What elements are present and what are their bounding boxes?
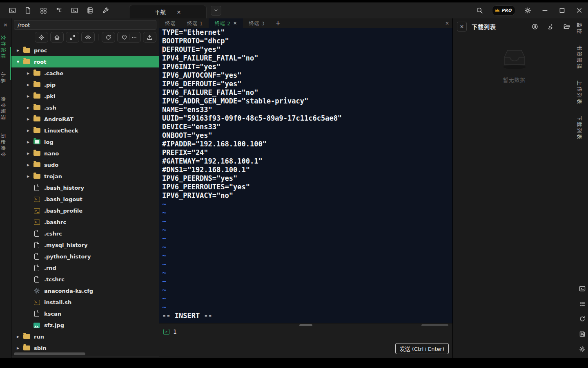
terminal-tab-4[interactable]: 终端 3 [243,18,270,28]
tab-close-icon[interactable]: × [233,20,237,26]
download-panel-close-icon[interactable]: × [457,22,467,31]
maximize-button[interactable] [557,6,567,16]
tree-collapsed-arrow-icon[interactable]: ▶ [25,117,31,121]
eye-button[interactable] [81,32,95,43]
tree-collapsed-arrow-icon[interactable]: ▶ [25,163,31,167]
close-button[interactable] [574,6,584,16]
tree-row[interactable]: kscan [11,308,159,319]
tree-row[interactable]: >_.bashrc [11,216,159,228]
search-icon[interactable] [475,6,485,16]
tree-row[interactable]: .bash_history [11,182,159,193]
tree-collapsed-arrow-icon[interactable]: ▶ [25,106,31,110]
grid-icon[interactable] [38,6,48,16]
sidebar-tab-1[interactable]: 文件管理 [0,35,7,60]
expand-button[interactable] [66,32,79,43]
send-button[interactable]: 发送 (Ctrl+Enter) [395,343,449,354]
add-terminal-button[interactable]: + [271,20,286,27]
connection-tree-icon[interactable] [54,6,64,16]
tree-row[interactable]: ▶sudo [11,159,159,171]
tree-row[interactable]: ▶AndroRAT [11,113,159,125]
tree-row[interactable]: ▼root [11,56,159,67]
right-sidebar-tab-2[interactable]: 书签管理 [576,45,583,70]
refresh-button[interactable] [102,32,115,43]
terminal-tab-2[interactable]: 终端 1 [181,18,209,28]
favorite-more-button[interactable] [117,32,141,43]
tree-row[interactable]: ▶LinuxCheck [11,125,159,136]
list-icon[interactable] [579,300,586,307]
upload-button[interactable] [143,32,156,43]
tree-row[interactable]: ▶log [11,136,159,148]
pro-badge[interactable]: PRO [492,5,515,16]
tree-row[interactable]: ▶.pip [11,79,159,90]
tree-row[interactable]: ▶sbin [11,342,159,351]
right-sidebar-tab-3[interactable]: 上传列表 [576,81,583,105]
gear-icon[interactable] [523,6,532,16]
tree-row[interactable]: >_.bash_logout [11,193,159,205]
terminal-icon[interactable] [7,6,17,16]
tree-row[interactable]: >_install.sh [11,296,159,308]
terminal-tab-3[interactable]: 终端 2× [209,18,243,28]
terminal-screen[interactable]: TYPE="Ethernet"BOOTPROTO="dhcp"DEFROUTE=… [159,28,452,323]
path-input[interactable] [14,20,156,30]
gear-icon[interactable] [579,346,586,353]
scrollbar-thumb[interactable] [14,352,85,355]
tree-row[interactable]: .cshrc [11,228,159,239]
tree-row[interactable]: ▶.ssh [11,102,159,113]
session-tab-close-icon[interactable]: × [177,9,181,15]
tree-row[interactable]: ▶.cache [11,67,159,79]
wrench-icon[interactable] [100,6,110,16]
tree-row[interactable]: anaconda-ks.cfg [11,285,159,296]
sidebar-tab-4[interactable]: 历史命令 [0,133,7,158]
tree-row[interactable]: ▶.pki [11,90,159,102]
sidebar-tab-3[interactable]: 命令管理 [0,96,7,121]
crosshair-button[interactable] [35,32,48,43]
tree-row[interactable]: ▶nano [11,148,159,159]
open-folder-icon[interactable] [562,22,572,31]
tree-collapsed-arrow-icon[interactable]: ▶ [25,94,31,98]
session-tab[interactable]: 平航 × [129,5,207,18]
tree-collapsed-arrow-icon[interactable]: ▶ [25,175,31,178]
refresh-icon[interactable] [579,315,586,323]
tree-collapsed-arrow-icon[interactable]: ▶ [15,346,21,350]
tree-row[interactable]: sfz.jpg [11,319,159,331]
terminal-panel-close-icon[interactable]: × [445,20,449,26]
empty-tray-icon [497,44,532,72]
tree-collapsed-arrow-icon[interactable]: ▶ [25,140,31,144]
tab-list-dropdown[interactable] [211,6,221,16]
home-button[interactable] [50,32,64,43]
resize-handle[interactable] [299,324,312,326]
server-icon[interactable] [85,6,95,16]
script-file-icon: >_ [33,207,40,214]
minimize-button[interactable] [540,6,550,16]
sidebar-tab-2[interactable]: 小易 [0,72,7,84]
tree-collapsed-arrow-icon[interactable]: ▶ [25,129,31,132]
tree-row[interactable]: .rnd [11,262,159,274]
tree-row[interactable]: >_.bash_profile [11,205,159,216]
tree-collapsed-arrow-icon[interactable]: ▶ [25,72,31,75]
terminal-scrollbar-thumb[interactable] [421,324,448,326]
terminal-window-icon[interactable] [579,285,586,292]
terminal-tab-1[interactable]: 终端 [159,18,181,28]
folder-icon [33,127,40,134]
tree-row[interactable]: .mysql_history [11,239,159,251]
clean-icon[interactable] [546,22,556,31]
tree-row[interactable]: ▶trojan [11,171,159,182]
tree-collapsed-arrow-icon[interactable]: ▶ [15,49,21,52]
right-sidebar-tab-1[interactable]: 监控 [576,22,583,35]
right-sidebar-tab-4[interactable]: 下载列表 [576,116,583,140]
left-sidebar-close-icon[interactable]: × [3,22,8,28]
pause-circle-icon[interactable] [530,22,540,31]
tree-row[interactable]: ▶run [11,331,159,342]
tree-collapsed-arrow-icon[interactable]: ▶ [15,335,21,339]
terminal-window-icon[interactable] [69,6,79,16]
tree-row[interactable]: .tcshrc [11,274,159,285]
new-file-icon[interactable] [23,6,33,16]
tree-row[interactable]: .python_history [11,251,159,262]
tree-row[interactable]: ▶proc [11,45,159,56]
tree-collapsed-arrow-icon[interactable]: ▶ [25,152,31,155]
heart-icon[interactable] [121,34,127,40]
more-dots-icon[interactable] [131,34,137,40]
tree-collapsed-arrow-icon[interactable]: ▶ [25,83,31,87]
tree-expanded-arrow-icon[interactable]: ▼ [15,60,21,64]
save-icon[interactable] [579,330,586,338]
